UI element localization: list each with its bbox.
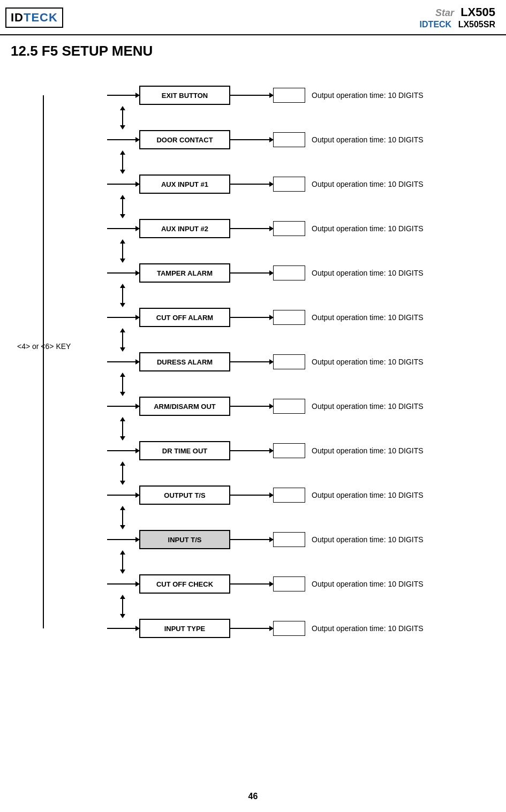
value-label: Output operation time: 10 DIGITS [312,91,424,100]
value-label: Output operation time: 10 DIGITS [312,269,424,277]
menu-item-cut-off-check[interactable]: CUT OFF CHECK [139,574,230,594]
vertical-connector-9 [120,506,125,529]
arrow-mid [230,450,273,451]
value-label: Output operation time: 10 DIGITS [312,402,424,411]
arrow-up-icon [120,328,125,332]
arrow-mid [230,184,273,185]
menu-item-exit-button[interactable]: EXIT BUTTON [139,86,230,105]
arrow-in [107,539,139,540]
value-label: Output operation time: 10 DIGITS [312,580,424,588]
arrow-down-icon [120,392,125,396]
vertical-line-left [43,95,44,628]
value-box[interactable] [273,177,305,192]
row-cut-off-alarm: CUT OFF ALARMOutput operation time: 10 D… [43,295,506,340]
value-box[interactable] [273,88,305,103]
arrow-up-icon [120,150,125,155]
arrow-line [122,288,123,303]
value-label: Output operation time: 10 DIGITS [312,180,424,188]
arrow-line [122,110,123,125]
value-label: Output operation time: 10 DIGITS [312,491,424,499]
arrow-line [122,599,123,614]
menu-item-tamper-alarm[interactable]: TAMPER ALARM [139,263,230,283]
vertical-connector-7 [120,417,125,441]
arrow-mid [230,539,273,540]
menu-item-cut-off-alarm[interactable]: CUT OFF ALARM [139,308,230,327]
row-duress-alarm: DURESS ALARMOutput operation time: 10 DI… [43,340,506,384]
arrow-line [122,421,123,436]
row-door-contact: DOOR CONTACTOutput operation time: 10 DI… [43,118,506,162]
value-label: Output operation time: 10 DIGITS [312,624,424,633]
star-word: Star [435,7,454,18]
page-title: 12.5 F5 SETUP MENU [0,35,506,63]
value-box[interactable] [273,265,305,280]
row-arm/disarm-out: ARM/DISARM OUTOutput operation time: 10 … [43,384,506,429]
row-input-t/s: INPUT T/SOutput operation time: 10 DIGIT… [43,518,506,562]
arrow-line [122,377,123,392]
value-box[interactable] [273,310,305,325]
arrow-line [122,555,123,570]
value-box[interactable] [273,354,305,369]
vertical-connector-4 [120,284,125,307]
vertical-connector-6 [120,373,125,396]
menu-item-input-type[interactable]: INPUT TYPE [139,619,230,638]
arrow-mid [230,583,273,585]
rows-container: EXIT BUTTONOutput operation time: 10 DIG… [43,73,506,651]
vertical-connector-0 [120,106,125,130]
arrow-down-icon [120,481,125,485]
arrow-in [107,184,139,185]
value-box[interactable] [273,621,305,636]
menu-item-door-contact[interactable]: DOOR CONTACT [139,130,230,149]
value-box[interactable] [273,132,305,147]
arrow-in [107,139,139,140]
arrow-line [122,155,123,170]
arrow-line [122,466,123,481]
menu-item-duress-alarm[interactable]: DURESS ALARM [139,352,230,371]
arrow-down-icon [120,525,125,529]
arrow-mid [230,628,273,629]
page-number: 46 [248,792,258,801]
value-box[interactable] [273,488,305,503]
logo-idteck: ID TECK [5,7,63,28]
arrow-in [107,450,139,451]
menu-item-aux-input-#1[interactable]: AUX INPUT #1 [139,174,230,194]
value-box[interactable] [273,532,305,547]
value-label: Output operation time: 10 DIGITS [312,135,424,144]
arrow-mid [230,272,273,274]
menu-item-arm/disarm-out[interactable]: ARM/DISARM OUT [139,397,230,416]
arrow-in [107,495,139,496]
footer-page: 46 [0,792,506,801]
arrow-down-icon [120,259,125,263]
product-star-lx: Star LX505 [420,5,495,19]
value-label: Output operation time: 10 DIGITS [312,446,424,455]
value-box[interactable] [273,576,305,591]
arrow-up-icon [120,106,125,110]
arrow-down-icon [120,125,125,130]
arrow-mid [230,139,273,140]
arrow-up-icon [120,550,125,555]
arrow-down-icon [120,570,125,574]
value-label: Output operation time: 10 DIGITS [312,313,424,322]
menu-item-output-t/s[interactable]: OUTPUT T/S [139,485,230,505]
vertical-connector-11 [120,595,125,618]
product-idteck-lx: IDTECK LX505SR [420,19,495,29]
value-box[interactable] [273,399,305,414]
row-tamper-alarm: TAMPER ALARMOutput operation time: 10 DI… [43,251,506,295]
row-dr-time-out: DR TIME OUTOutput operation time: 10 DIG… [43,429,506,473]
menu-item-input-t/s[interactable]: INPUT T/S [139,530,230,549]
arrow-down-icon [120,614,125,618]
arrow-line [122,510,123,525]
menu-item-dr-time-out[interactable]: DR TIME OUT [139,441,230,460]
logo-right: Star LX505 IDTECK LX505SR [420,5,495,30]
menu-item-aux-input-#2[interactable]: AUX INPUT #2 [139,219,230,238]
value-box[interactable] [273,221,305,236]
vertical-connector-2 [120,195,125,218]
arrow-down-icon [120,214,125,218]
arrow-line [122,244,123,259]
row-output-t/s: OUTPUT T/SOutput operation time: 10 DIGI… [43,473,506,518]
header: ID TECK Star LX505 IDTECK LX505SR [0,0,506,35]
value-box[interactable] [273,443,305,458]
arrow-in [107,95,139,96]
arrow-up-icon [120,417,125,421]
vertical-connector-3 [120,239,125,263]
arrow-mid [230,317,273,318]
